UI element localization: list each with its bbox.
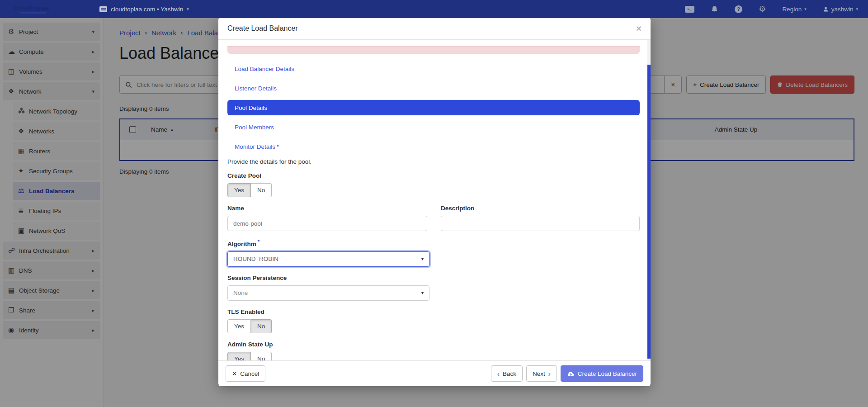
create-load-balancer-modal: Create Load Balancer × Load Balancer Det… (218, 17, 651, 386)
session-persistence-field: Session Persistence None ▾ (227, 274, 640, 301)
username-label: yashwin (831, 6, 854, 13)
algorithm-label: Algorithm* (227, 239, 640, 247)
brand-logo[interactable]: Cloudtopiaa (14, 5, 81, 14)
close-icon[interactable]: × (636, 24, 642, 33)
create-pool-label: Create Pool (227, 172, 640, 179)
modal-body: Load Balancer Details Listener Details P… (218, 40, 651, 360)
modal-scrollbar-thumb[interactable] (647, 65, 651, 359)
algorithm-select[interactable]: ROUND_ROBIN ▾ (227, 251, 429, 267)
name-label: Name (227, 205, 427, 212)
create-pool-yes-button[interactable]: Yes (227, 183, 251, 197)
tls-enabled-toggle: Yes No (227, 319, 272, 333)
submit-create-load-balancer-button[interactable]: Create Load Balancer (561, 365, 643, 382)
admin-no-button[interactable]: No (251, 352, 272, 361)
description-label: Description (441, 205, 640, 212)
tls-no-button[interactable]: No (251, 319, 272, 333)
navbar-right: >_ ? ⚙ Region ▾ yashwin ▾ (685, 5, 858, 13)
tls-enabled-label: TLS Enabled (227, 308, 640, 315)
chevron-down-icon: ▾ (856, 7, 858, 11)
chevron-down-icon: ▾ (421, 256, 424, 261)
console-icon[interactable]: >_ (685, 6, 694, 13)
step-monitor-details[interactable]: Monitor Details * (227, 139, 640, 154)
required-asterisk: * (258, 239, 259, 244)
name-description-row: Name Description (227, 205, 640, 231)
chevron-down-icon: ▾ (187, 7, 189, 11)
region-menu[interactable]: Region ▾ (782, 6, 806, 13)
back-button[interactable]: ‹ Back (491, 365, 523, 382)
create-pool-field: Create Pool Yes No (227, 172, 640, 197)
next-button[interactable]: Next › (526, 365, 557, 382)
pool-description-input[interactable] (441, 216, 640, 231)
cloud-upload-icon (567, 370, 575, 377)
name-field: Name (227, 205, 427, 231)
region-label: Region (782, 6, 802, 13)
help-icon[interactable]: ? (735, 5, 742, 13)
project-context-label: cloudtopiaa.com • Yashwin (111, 6, 183, 13)
tls-enabled-field: TLS Enabled Yes No (227, 308, 640, 333)
step-pool-members[interactable]: Pool Members (227, 119, 640, 135)
x-icon: ✕ (232, 370, 237, 377)
required-asterisk: * (277, 144, 278, 149)
bell-icon[interactable] (711, 5, 718, 13)
algorithm-field: Algorithm* ROUND_ROBIN ▾ (227, 239, 640, 267)
project-card-icon (99, 6, 107, 12)
create-pool-toggle: Yes No (227, 183, 272, 197)
chevron-right-icon: › (548, 370, 551, 377)
user-menu[interactable]: yashwin ▾ (823, 6, 858, 13)
modal-header: Create Load Balancer × (218, 17, 651, 40)
session-persistence-select[interactable]: None ▾ (227, 285, 429, 301)
chevron-down-icon: ▾ (804, 7, 807, 11)
settings-gear-icon[interactable]: ⚙ (759, 5, 766, 13)
admin-state-up-label: Admin State Up (227, 341, 640, 348)
session-persistence-label: Session Persistence (227, 274, 640, 281)
cancel-button[interactable]: ✕ Cancel (226, 365, 265, 382)
admin-state-up-field: Admin State Up Yes No (227, 341, 640, 361)
modal-footer: ✕ Cancel ‹ Back Next › Create Load (218, 360, 651, 386)
validation-alert-strip (227, 46, 640, 54)
step-pool-details[interactable]: Pool Details (227, 100, 640, 115)
pool-name-input[interactable] (227, 216, 427, 231)
step-listener-details[interactable]: Listener Details (227, 80, 640, 96)
app: Cloudtopiaa cloudtopiaa.com • Yashwin ▾ … (0, 0, 868, 407)
step-load-balancer-details[interactable]: Load Balancer Details (227, 61, 640, 76)
chevron-left-icon: ‹ (497, 370, 500, 377)
project-context-menu[interactable]: cloudtopiaa.com • Yashwin ▾ (99, 6, 189, 13)
modal-title: Create Load Balancer (227, 24, 298, 33)
create-pool-no-button[interactable]: No (251, 183, 272, 197)
brand-name: Cloudtopiaa (14, 5, 81, 11)
user-icon (823, 6, 829, 12)
footer-actions: ‹ Back Next › Create Load Balancer (491, 365, 643, 382)
admin-yes-button[interactable]: Yes (227, 352, 251, 361)
top-navbar: Cloudtopiaa cloudtopiaa.com • Yashwin ▾ … (0, 0, 868, 18)
pool-intro-text: Provide the details for the pool. (227, 158, 640, 165)
chevron-down-icon: ▾ (421, 290, 424, 295)
tls-yes-button[interactable]: Yes (227, 319, 251, 333)
description-field: Description (441, 205, 640, 231)
brand-tagline (20, 12, 46, 14)
admin-state-up-toggle: Yes No (227, 352, 272, 361)
